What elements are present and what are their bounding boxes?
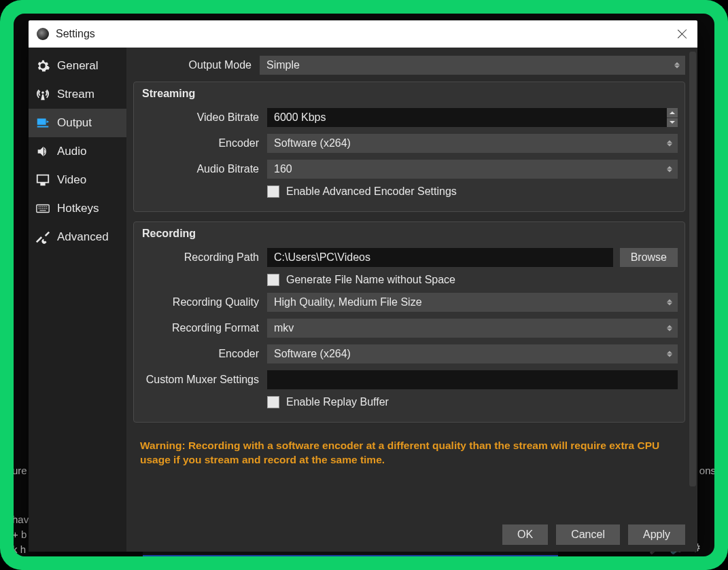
- filename-nospace-checkbox[interactable]: [267, 274, 279, 286]
- sidebar-item-hotkeys[interactable]: Hotkeys: [29, 194, 126, 223]
- bg-text: k h: [14, 542, 29, 556]
- content-pane: Output Mode Simple Streaming Video Bi: [126, 48, 697, 552]
- video-bitrate-label: Video Bitrate: [141, 111, 267, 124]
- streaming-encoder-label: Encoder: [141, 137, 267, 149]
- spin-up-icon[interactable]: [667, 108, 678, 118]
- chevron-updown-icon: [665, 300, 674, 306]
- bg-text: hav: [14, 512, 29, 527]
- sidebar-item-video[interactable]: Video: [29, 166, 126, 194]
- speaker-icon: [35, 144, 50, 159]
- muxer-label: Custom Muxer Settings: [141, 374, 267, 386]
- recording-path-input[interactable]: C:\Users\PC\Videos: [267, 248, 613, 267]
- input-value: 6000 Kbps: [274, 111, 326, 124]
- tools-icon: [35, 230, 50, 245]
- sidebar-item-label: Stream: [57, 88, 94, 101]
- antenna-icon: [35, 87, 50, 102]
- sidebar-item-label: Output: [57, 116, 92, 130]
- monitor-icon: [35, 173, 50, 188]
- dialog-footer: OK Cancel Apply: [502, 524, 685, 545]
- recording-format-label: Recording Format: [141, 322, 267, 334]
- streaming-group: Streaming Video Bitrate 6000 Kbps: [133, 82, 685, 212]
- recording-group: Recording Recording Path C:\Users\PC\Vid…: [133, 221, 685, 423]
- close-icon[interactable]: [676, 27, 689, 41]
- settings-window: Settings General Stream: [29, 20, 697, 552]
- bg-text: ons: [699, 465, 714, 476]
- bg-text: + b: [14, 527, 29, 542]
- window-title: Settings: [56, 28, 95, 40]
- filename-nospace-label: Generate File Name without Space: [286, 274, 455, 286]
- replay-buffer-checkbox[interactable]: [267, 396, 279, 408]
- titlebar: Settings: [29, 20, 697, 48]
- ok-button[interactable]: OK: [502, 524, 548, 545]
- recording-format-select[interactable]: mkv: [267, 319, 678, 338]
- chevron-updown-icon: [665, 166, 674, 173]
- chevron-updown-icon: [665, 351, 674, 357]
- recording-path-label: Recording Path: [141, 251, 267, 264]
- sidebar-item-label: General: [57, 59, 98, 73]
- group-title: Recording: [142, 228, 678, 240]
- sidebar-item-general[interactable]: General: [29, 52, 126, 80]
- output-icon: [35, 115, 50, 130]
- output-mode-label: Output Mode: [133, 59, 260, 71]
- streaming-encoder-select[interactable]: Software (x264): [267, 134, 678, 153]
- spin-down-icon[interactable]: [667, 118, 678, 128]
- select-value: mkv: [274, 322, 294, 334]
- sidebar-item-label: Video: [57, 173, 86, 187]
- scrollbar[interactable]: [689, 52, 696, 486]
- recording-quality-select[interactable]: High Quality, Medium File Size: [267, 293, 678, 312]
- gear-icon: [35, 58, 50, 73]
- recording-encoder-label: Encoder: [141, 348, 267, 360]
- sidebar-item-label: Audio: [57, 145, 86, 158]
- select-value: Software (x264): [274, 348, 351, 360]
- sidebar-item-advanced[interactable]: Advanced: [29, 223, 126, 251]
- audio-bitrate-label: Audio Bitrate: [141, 163, 267, 175]
- obs-icon: [37, 28, 49, 40]
- sidebar-item-label: Hotkeys: [57, 202, 99, 215]
- warning-text: Warning: Recording with a software encod…: [133, 432, 685, 467]
- sidebar-item-stream[interactable]: Stream: [29, 80, 126, 109]
- replay-buffer-label: Enable Replay Buffer: [286, 396, 389, 408]
- sidebar-item-output[interactable]: Output: [29, 109, 126, 137]
- bg-text: ure: [14, 465, 27, 476]
- select-value: Software (x264): [274, 137, 351, 149]
- sidebar: General Stream Output: [29, 48, 126, 552]
- recording-quality-label: Recording Quality: [141, 296, 267, 308]
- group-title: Streaming: [142, 88, 678, 100]
- select-value: 160: [274, 163, 292, 175]
- keyboard-icon: [35, 201, 50, 216]
- video-bitrate-input[interactable]: 6000 Kbps: [267, 108, 678, 127]
- browse-button[interactable]: Browse: [620, 248, 678, 267]
- select-value: Simple: [266, 59, 300, 71]
- sidebar-item-audio[interactable]: Audio: [29, 137, 126, 166]
- muxer-input[interactable]: [267, 370, 678, 389]
- cancel-button[interactable]: Cancel: [556, 524, 620, 545]
- recording-encoder-select[interactable]: Software (x264): [267, 344, 678, 363]
- audio-bitrate-select[interactable]: 160: [267, 160, 678, 179]
- select-value: High Quality, Medium File Size: [274, 296, 422, 308]
- chevron-updown-icon: [665, 141, 674, 147]
- chevron-updown-icon: [665, 325, 674, 332]
- advanced-encoder-checkbox[interactable]: [267, 185, 279, 198]
- sidebar-item-label: Advanced: [57, 230, 109, 244]
- chevron-updown-icon: [673, 63, 681, 69]
- advanced-encoder-label: Enable Advanced Encoder Settings: [286, 185, 457, 198]
- input-value: C:\Users\PC\Videos: [274, 251, 370, 264]
- apply-button[interactable]: Apply: [628, 524, 685, 545]
- output-mode-select[interactable]: Simple: [260, 56, 685, 75]
